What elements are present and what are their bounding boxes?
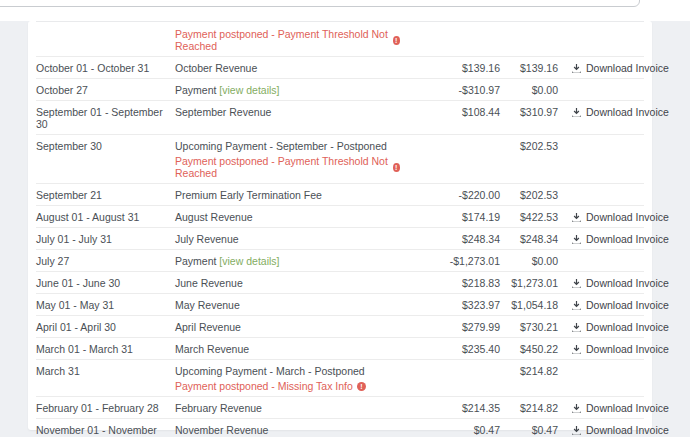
date-range-cell: October 27 <box>36 84 175 96</box>
balance-cell: $450.22 <box>500 343 558 355</box>
amount-cell: $279.99 <box>400 321 500 333</box>
balance-cell: $202.53 <box>500 189 558 201</box>
description-cell: February Revenue <box>175 402 400 414</box>
billing-table: Payment postponed - Payment Threshold No… <box>36 21 644 437</box>
download-invoice-label: Download Invoice <box>586 402 669 414</box>
description-cell: June Revenue <box>175 277 400 289</box>
description-cell: September Revenue <box>175 106 400 118</box>
date-range-cell: October 01 - October 31 <box>36 62 175 74</box>
download-invoice-label: Download Invoice <box>586 62 669 74</box>
download-icon <box>571 212 582 223</box>
table-row: February 01 - February 28 February Reven… <box>36 397 644 419</box>
cutoff-panel-above <box>0 0 640 7</box>
download-invoice-link[interactable]: Download Invoice <box>571 62 644 74</box>
description-cell: April Revenue <box>175 321 400 333</box>
table-row: March 01 - March 31 March Revenue $235.4… <box>36 338 644 360</box>
amount-cell: $218.83 <box>400 277 500 289</box>
date-range-cell: November 01 - November 30 <box>36 424 175 437</box>
date-range-cell: June 01 - June 30 <box>36 277 175 289</box>
payments-page: Payment postponed - Payment Threshold No… <box>0 0 690 437</box>
download-invoice-link[interactable]: Download Invoice <box>571 343 644 355</box>
info-icon[interactable]: ! <box>393 36 400 45</box>
view-details-link[interactable]: [view details] <box>219 84 279 96</box>
amount-cell: $174.19 <box>400 211 500 223</box>
info-icon[interactable]: ! <box>393 163 400 172</box>
description-text: May Revenue <box>175 299 240 311</box>
table-row: October 27 Payment [view details] -$310.… <box>36 79 644 101</box>
date-range-cell: September 30 <box>36 140 175 152</box>
description-text: Payment <box>175 255 216 267</box>
download-icon <box>571 300 582 311</box>
download-invoice-label: Download Invoice <box>586 343 669 355</box>
billing-history-card: Payment postponed - Payment Threshold No… <box>28 21 652 430</box>
date-range-cell: March 01 - March 31 <box>36 343 175 355</box>
note-text: Payment postponed - Payment Threshold No… <box>175 155 389 179</box>
date-range-cell: April 01 - April 30 <box>36 321 175 333</box>
date-range-cell: July 27 <box>36 255 175 267</box>
amount-cell: $235.40 <box>400 343 500 355</box>
payment-postponed-note: Payment postponed - Payment Threshold No… <box>175 155 400 179</box>
description-text: September Revenue <box>175 106 271 118</box>
description-cell: July Revenue <box>175 233 400 245</box>
description-text: February Revenue <box>175 402 262 414</box>
amount-cell: $0.47 <box>400 424 500 436</box>
download-invoice-link[interactable]: Download Invoice <box>571 277 644 289</box>
download-icon <box>571 344 582 355</box>
description-text: August Revenue <box>175 211 253 223</box>
download-invoice-link[interactable]: Download Invoice <box>571 402 644 414</box>
amount-cell: $214.35 <box>400 402 500 414</box>
amount-cell: -$220.00 <box>400 189 500 201</box>
balance-cell: $730.21 <box>500 321 558 333</box>
table-row: November 01 - November 30 November Reven… <box>36 419 644 437</box>
download-invoice-link[interactable]: Download Invoice <box>571 106 644 118</box>
description-cell: Upcoming Payment - March - Postponed Pay… <box>175 365 400 392</box>
download-invoice-link[interactable]: Download Invoice <box>571 233 644 245</box>
download-icon <box>571 322 582 333</box>
download-invoice-label: Download Invoice <box>586 299 669 311</box>
download-invoice-link[interactable]: Download Invoice <box>571 299 644 311</box>
download-invoice-label: Download Invoice <box>586 277 669 289</box>
download-invoice-label: Download Invoice <box>586 106 669 118</box>
info-icon[interactable]: ! <box>357 382 366 391</box>
description-text: November Revenue <box>175 424 268 436</box>
download-icon <box>571 234 582 245</box>
description-cell: Upcoming Payment - September - Postponed… <box>175 140 400 179</box>
download-invoice-link[interactable]: Download Invoice <box>571 211 644 223</box>
description-text: June Revenue <box>175 277 243 289</box>
payment-postponed-note: Payment postponed - Payment Threshold No… <box>175 28 400 52</box>
table-row: March 31 Upcoming Payment - March - Post… <box>36 360 644 397</box>
download-invoice-label: Download Invoice <box>586 424 669 436</box>
download-icon <box>571 107 582 118</box>
note-text: Payment postponed - Payment Threshold No… <box>175 28 389 52</box>
description-text: Payment <box>175 84 216 96</box>
table-row: April 01 - April 30 April Revenue $279.9… <box>36 316 644 338</box>
description-text: Upcoming Payment - September - Postponed <box>175 140 387 152</box>
download-icon <box>571 63 582 74</box>
download-invoice-label: Download Invoice <box>586 321 669 333</box>
description-cell: Premium Early Termination Fee <box>175 189 400 201</box>
note-text: Payment postponed - Missing Tax Info <box>175 380 353 392</box>
date-range-cell: July 01 - July 31 <box>36 233 175 245</box>
description-cell: November Revenue <box>175 424 400 436</box>
balance-cell: $422.53 <box>500 211 558 223</box>
download-icon <box>571 403 582 414</box>
download-invoice-link[interactable]: Download Invoice <box>571 424 644 436</box>
download-icon <box>571 425 582 436</box>
table-row: July 01 - July 31 July Revenue $248.34 $… <box>36 228 644 250</box>
amount-cell: $323.97 <box>400 299 500 311</box>
amount-cell: $108.44 <box>400 106 500 118</box>
description-text: March Revenue <box>175 343 249 355</box>
download-invoice-link[interactable]: Download Invoice <box>571 321 644 333</box>
balance-cell: $139.16 <box>500 62 558 74</box>
table-row: September 01 - September 30 September Re… <box>36 101 644 135</box>
balance-cell: $0.00 <box>500 84 558 96</box>
balance-cell: $0.00 <box>500 255 558 267</box>
date-range-cell: August 01 - August 31 <box>36 211 175 223</box>
download-invoice-label: Download Invoice <box>586 211 669 223</box>
table-row: May 01 - May 31 May Revenue $323.97 $1,0… <box>36 294 644 316</box>
description-cell: October Revenue <box>175 62 400 74</box>
date-range-cell: September 01 - September 30 <box>36 106 175 130</box>
description-cell: May Revenue <box>175 299 400 311</box>
view-details-link[interactable]: [view details] <box>219 255 279 267</box>
download-icon <box>571 278 582 289</box>
